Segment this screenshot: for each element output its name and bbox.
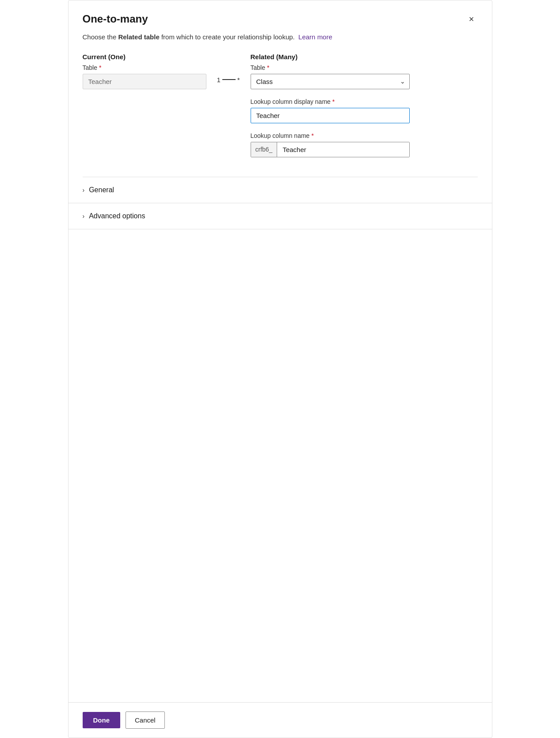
cancel-button[interactable]: Cancel — [126, 711, 165, 729]
related-many-column: Related (Many) Table * Class Student Cou… — [251, 53, 478, 166]
current-table-value: Teacher — [83, 74, 206, 89]
current-one-column: Current (One) Table * Teacher — [83, 53, 206, 98]
lookup-name-wrapper: crfb6_ — [251, 142, 410, 157]
dialog-title: One-to-many — [83, 13, 148, 25]
advanced-chevron-icon: › — [83, 213, 85, 220]
dialog-body — [69, 229, 492, 703]
connector-many: * — [237, 76, 240, 84]
one-to-many-dialog: One-to-many × Choose the Related table f… — [68, 0, 492, 738]
related-table-label: Table * — [251, 64, 478, 71]
general-section: › General — [69, 177, 492, 203]
lookup-name-prefix: crfb6_ — [251, 142, 278, 157]
description-suffix: from which to create your relationship l… — [160, 33, 295, 41]
related-table-select[interactable]: Class Student Course — [251, 74, 410, 89]
description-bold: Related table — [118, 33, 159, 41]
lookup-column-name-label-text: Lookup column name — [251, 132, 310, 139]
general-section-label: General — [89, 186, 114, 194]
advanced-options-section: › Advanced options — [69, 203, 492, 229]
connector-one: 1 — [217, 76, 220, 84]
dialog-header: One-to-many × — [69, 0, 492, 32]
lookup-column-name-required: * — [311, 132, 313, 139]
connector-line — [222, 79, 236, 80]
advanced-options-label: Advanced options — [89, 212, 145, 220]
lookup-display-required: * — [332, 98, 335, 105]
lookup-display-name-field: Lookup column display name * — [251, 98, 478, 123]
lookup-display-label: Lookup column display name * — [251, 98, 478, 105]
lookup-name-input[interactable] — [277, 142, 409, 157]
related-table-required: * — [267, 64, 269, 71]
related-table-label-text: Table — [251, 64, 265, 71]
related-column-label: Related (Many) — [251, 53, 478, 61]
lookup-column-name-field: Lookup column name * crfb6_ — [251, 132, 478, 157]
close-button[interactable]: × — [465, 13, 478, 25]
relationship-connector: 1 * — [217, 76, 240, 84]
description-prefix: Choose the — [83, 33, 118, 41]
general-section-toggle[interactable]: › General — [83, 186, 114, 194]
learn-more-link[interactable]: Learn more — [298, 33, 332, 41]
current-table-required: * — [99, 64, 101, 71]
current-column-label: Current (One) — [83, 53, 206, 61]
lookup-display-label-text: Lookup column display name — [251, 98, 331, 105]
related-table-field: Table * Class Student Course ⌄ — [251, 64, 478, 89]
lookup-column-name-label: Lookup column name * — [251, 132, 478, 139]
lookup-display-name-input[interactable] — [251, 108, 410, 123]
form-section: Current (One) Table * Teacher 1 * — [69, 53, 492, 177]
dialog-description: Choose the Related table from which to c… — [69, 32, 492, 53]
current-table-label: Table * — [83, 64, 206, 71]
general-chevron-icon: › — [83, 186, 85, 194]
dialog-footer: Done Cancel — [69, 702, 492, 738]
current-table-label-text: Table — [83, 64, 97, 71]
current-table-field: Table * Teacher — [83, 64, 206, 89]
columns-container: Current (One) Table * Teacher 1 * — [83, 53, 478, 166]
advanced-options-toggle[interactable]: › Advanced options — [83, 212, 145, 220]
related-table-select-wrapper: Class Student Course ⌄ — [251, 74, 410, 89]
done-button[interactable]: Done — [83, 712, 121, 728]
relationship-connector-column: 1 * — [206, 53, 251, 84]
